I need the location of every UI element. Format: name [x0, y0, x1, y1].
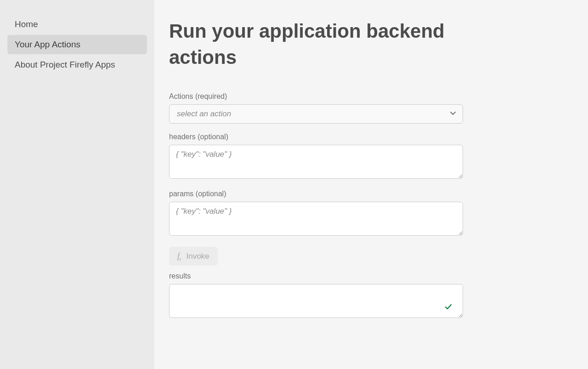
- invoke-button-label: Invoke: [186, 252, 209, 261]
- headers-field-group: headers (optional): [169, 133, 463, 181]
- results-field-group: results: [169, 272, 463, 320]
- page-title: Run your application backend actions: [169, 18, 463, 70]
- results-wrapper: [169, 284, 463, 320]
- params-field-group: params (optional): [169, 190, 463, 238]
- sidebar-item-label: Home: [15, 19, 38, 29]
- actions-select-placeholder: select an action: [177, 109, 231, 119]
- results-output[interactable]: [169, 284, 463, 318]
- sidebar-item-label: Your App Actions: [15, 40, 80, 49]
- sidebar-item-your-app-actions[interactable]: Your App Actions: [7, 35, 147, 54]
- results-label: results: [169, 272, 463, 280]
- function-icon: fx: [177, 251, 181, 261]
- headers-input[interactable]: [169, 145, 463, 179]
- params-input[interactable]: [169, 202, 463, 236]
- sidebar-item-label: About Project Firefly Apps: [15, 60, 115, 69]
- actions-select-wrapper: select an action: [169, 104, 463, 124]
- sidebar-item-about-project-firefly-apps[interactable]: About Project Firefly Apps: [7, 55, 147, 74]
- sidebar-item-home[interactable]: Home: [7, 15, 147, 34]
- actions-select[interactable]: select an action: [169, 104, 463, 124]
- headers-label: headers (optional): [169, 133, 463, 141]
- invoke-button[interactable]: fx Invoke: [169, 247, 218, 266]
- params-label: params (optional): [169, 190, 463, 198]
- main-content: Run your application backend actions Act…: [154, 0, 588, 369]
- sidebar: Home Your App Actions About Project Fire…: [0, 0, 154, 369]
- actions-field-group: Actions (required) select an action: [169, 92, 463, 124]
- actions-label: Actions (required): [169, 92, 463, 101]
